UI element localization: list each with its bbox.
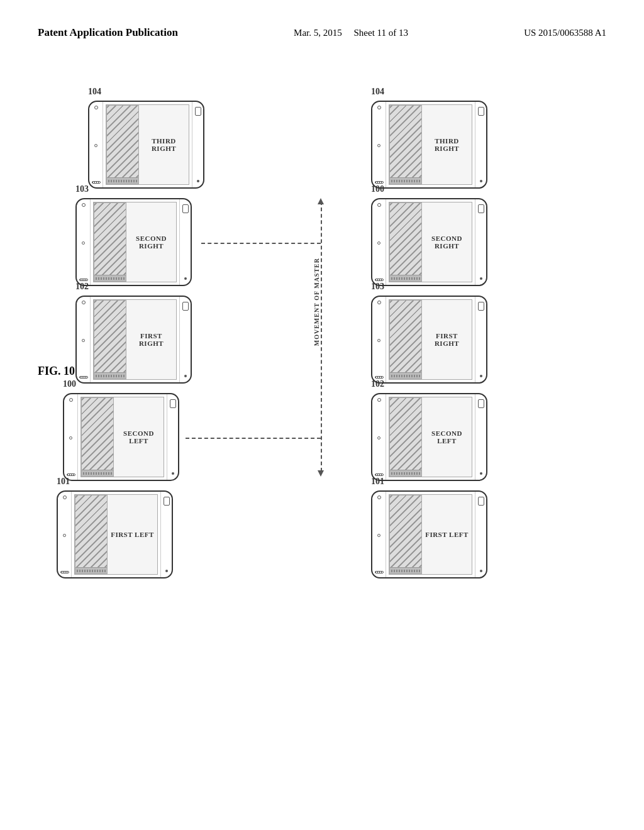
phone-screen: THIRD RIGHT	[106, 104, 189, 185]
phone-body: THIRD RIGHT	[103, 102, 192, 187]
status-dot	[377, 339, 380, 342]
camera-icon	[377, 398, 381, 402]
camera-icon	[377, 495, 381, 499]
status-dot	[377, 241, 380, 245]
phone-body: THIRD RIGHT	[386, 102, 475, 187]
speaker-icon	[60, 571, 69, 573]
speaker-icon	[79, 376, 88, 379]
movement-line	[321, 201, 322, 472]
phone-label-text: SECOND LEFT	[422, 397, 472, 477]
phone-screen: FIRST LEFT	[389, 494, 472, 575]
phone-body: SECOND LEFT	[386, 394, 475, 480]
publication-title: Patent Application Publication	[38, 25, 178, 40]
diagram-area: 104 THIRD RIGHT	[50, 101, 616, 729]
home-button	[478, 302, 484, 311]
phone-body: SECOND RIGHT	[386, 199, 475, 285]
phone-right-strip	[179, 199, 191, 285]
arrow-down	[318, 470, 324, 477]
phone-left-row1: THIRD RIGHT	[88, 101, 204, 189]
camera-icon	[69, 398, 73, 402]
phone-left-row3: FIRST RIGHT	[75, 296, 192, 384]
phone-label-text: THIRD RIGHT	[139, 105, 189, 184]
status-dot	[377, 436, 380, 440]
publication-date-sheet: Mar. 5, 2015 Sheet 11 of 13	[294, 25, 408, 40]
ref-103-l2: 103	[75, 184, 89, 194]
speaker-icon	[375, 376, 384, 379]
dashed-line-row4	[186, 438, 321, 439]
phone-right-strip	[167, 394, 178, 480]
phone-label-text: SECOND RIGHT	[126, 202, 176, 282]
phone-right-strip	[475, 492, 486, 577]
ref-102-l3: 102	[75, 282, 89, 292]
phone-body: FIRST RIGHT	[386, 297, 475, 382]
nav-dot	[172, 472, 174, 475]
camera-icon	[82, 203, 86, 207]
ref-102-r4: 102	[371, 379, 384, 389]
phone-label-text: FIRST LEFT	[108, 495, 157, 574]
speaker-icon	[67, 473, 75, 476]
phone-left-strip	[64, 394, 78, 480]
movement-of-master-label: MOVEMENT OF MASTER	[313, 258, 320, 346]
phone-thumbnail	[94, 202, 126, 282]
phone-right-strip	[160, 492, 172, 577]
phone-left-strip	[89, 102, 103, 187]
phone-screen: FIRST RIGHT	[389, 299, 472, 380]
home-button	[170, 399, 176, 408]
nav-dot	[165, 570, 168, 572]
sheet-info: Sheet 11 of 13	[353, 28, 408, 38]
ref-104-r1: 104	[371, 87, 384, 97]
camera-icon	[94, 106, 98, 109]
phone-screen: SECOND LEFT	[389, 397, 472, 477]
camera-icon	[82, 301, 86, 304]
phone-left-strip	[372, 297, 386, 382]
ref-101-l5: 101	[57, 477, 70, 487]
nav-dot	[184, 277, 187, 280]
phone-right-strip	[475, 102, 486, 187]
phone-screen: SECOND LEFT	[80, 397, 164, 477]
phone-label-text: FIRST RIGHT	[126, 300, 176, 379]
phone-left-strip	[77, 297, 91, 382]
phone-thumbnail	[389, 495, 422, 574]
image-bar	[75, 567, 107, 573]
phone-right-row4: SECOND LEFT	[371, 393, 487, 481]
phone-right-row3: FIRST RIGHT	[371, 296, 487, 384]
phone-thumbnail	[389, 202, 422, 282]
phone-body: SECOND RIGHT	[91, 199, 179, 285]
phone-label-text: THIRD RIGHT	[422, 105, 472, 184]
ref-100-r2: 100	[371, 184, 384, 194]
nav-dot	[480, 472, 482, 475]
nav-dot	[197, 180, 199, 182]
nav-dot	[480, 180, 482, 182]
speaker-icon	[375, 571, 384, 573]
status-dot	[63, 534, 66, 537]
speaker-icon	[375, 181, 384, 184]
phone-thumbnail	[75, 495, 108, 574]
nav-dot	[480, 375, 482, 377]
phone-left-strip	[77, 199, 91, 285]
status-dot	[377, 144, 380, 147]
phone-thumbnail	[106, 105, 139, 184]
arrow-up	[318, 198, 324, 204]
phone-left-strip	[372, 492, 386, 577]
nav-dot	[184, 375, 187, 377]
phone-thumbnail	[389, 300, 422, 379]
phone-right-strip	[475, 394, 486, 480]
home-button	[195, 107, 201, 116]
phone-left-strip	[372, 102, 386, 187]
camera-icon	[377, 301, 381, 304]
phone-left-row5: FIRST LEFT	[57, 490, 173, 578]
speaker-icon	[92, 181, 101, 184]
image-bar	[82, 470, 113, 476]
ref-104-l1: 104	[88, 87, 101, 97]
phone-left-strip	[372, 199, 386, 285]
image-bar	[107, 177, 138, 184]
speaker-icon	[375, 473, 384, 476]
phone-screen: THIRD RIGHT	[389, 104, 472, 185]
status-dot	[94, 144, 97, 147]
phone-right-strip	[475, 297, 486, 382]
phone-screen: FIRST RIGHT	[93, 299, 177, 380]
phone-body: FIRST LEFT	[386, 492, 475, 577]
phone-label-text: FIRST RIGHT	[422, 300, 472, 379]
home-button	[478, 497, 484, 506]
page-header: Patent Application Publication Mar. 5, 2…	[0, 0, 644, 40]
